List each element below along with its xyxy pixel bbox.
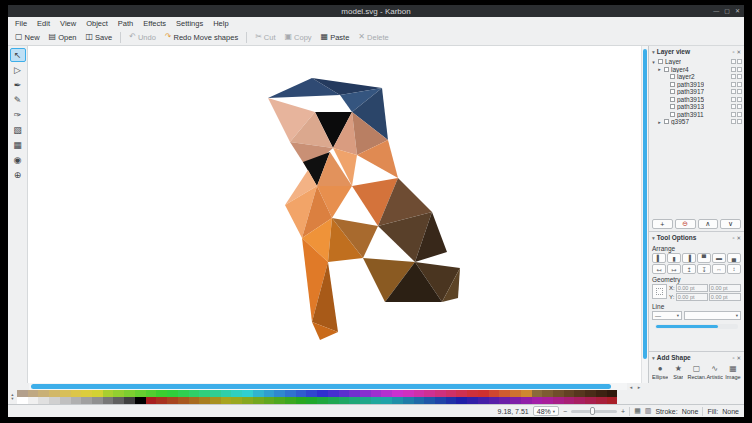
color-swatch[interactable] xyxy=(596,397,607,404)
visibility-icon[interactable] xyxy=(731,97,736,102)
save-button[interactable]: ◫Save xyxy=(82,31,117,44)
color-swatch[interactable] xyxy=(60,397,71,404)
docker-float-icon[interactable]: ▫ xyxy=(732,235,734,241)
ellipse-shape[interactable]: ●Ellipse xyxy=(651,363,669,380)
color-swatch[interactable] xyxy=(28,397,39,404)
height-field[interactable]: 0.00 pt xyxy=(709,293,741,301)
color-swatch[interactable] xyxy=(124,390,135,397)
lock-icon[interactable] xyxy=(737,119,742,124)
color-swatch[interactable] xyxy=(489,390,500,397)
delete-button[interactable]: ✕Delete xyxy=(354,31,392,44)
color-swatch[interactable] xyxy=(146,390,157,397)
color-swatch[interactable] xyxy=(285,397,296,404)
color-swatch[interactable] xyxy=(135,397,146,404)
color-swatch[interactable] xyxy=(381,390,392,397)
align-left-button[interactable]: ▌ xyxy=(652,253,666,263)
menu-path[interactable]: Path xyxy=(113,19,138,28)
raise-layer-button[interactable]: ∧ xyxy=(698,219,719,229)
color-swatch[interactable] xyxy=(478,397,489,404)
image-shape[interactable]: ▦Image xyxy=(724,363,742,380)
visibility-icon[interactable] xyxy=(731,104,736,109)
lock-icon[interactable] xyxy=(737,82,742,87)
collapse-icon[interactable]: ▾ xyxy=(652,235,655,241)
color-swatch[interactable] xyxy=(81,397,92,404)
color-swatch[interactable] xyxy=(392,397,403,404)
color-swatch[interactable] xyxy=(167,397,178,404)
page-icon[interactable]: ▥ xyxy=(645,407,652,415)
align-right-button[interactable]: ▐ xyxy=(682,253,696,263)
canvas[interactable] xyxy=(28,46,641,383)
color-swatch[interactable] xyxy=(135,390,146,397)
color-swatch[interactable] xyxy=(103,390,114,397)
color-swatch[interactable] xyxy=(92,390,103,397)
distribute-horizontal-button[interactable]: ↔ xyxy=(712,264,726,274)
copy-button[interactable]: ▣Copy xyxy=(281,31,316,44)
color-swatch[interactable] xyxy=(253,397,264,404)
shape-edit-tool[interactable]: ▷ xyxy=(10,63,26,77)
color-swatch[interactable] xyxy=(103,397,114,404)
color-swatch[interactable] xyxy=(542,397,553,404)
color-swatch[interactable] xyxy=(199,397,210,404)
color-swatch[interactable] xyxy=(81,390,92,397)
menu-settings[interactable]: Settings xyxy=(171,19,208,28)
color-swatch[interactable] xyxy=(467,390,478,397)
color-swatch[interactable] xyxy=(231,397,242,404)
color-swatch[interactable] xyxy=(178,390,189,397)
color-swatch[interactable] xyxy=(231,390,242,397)
tool-options-scrollbar[interactable] xyxy=(655,324,738,329)
color-swatch[interactable] xyxy=(542,390,553,397)
visibility-icon[interactable] xyxy=(731,67,736,72)
color-swatch[interactable] xyxy=(28,390,39,397)
color-swatch[interactable] xyxy=(574,390,585,397)
maximize-button[interactable]: ▢ xyxy=(724,8,730,14)
menu-help[interactable]: Help xyxy=(208,19,233,28)
color-swatch[interactable] xyxy=(328,397,339,404)
zoom-slider-handle[interactable] xyxy=(590,407,595,415)
color-swatch[interactable] xyxy=(306,390,317,397)
line-width-select[interactable]: ▾ xyxy=(684,311,741,320)
color-swatch[interactable] xyxy=(371,397,382,404)
color-swatch[interactable] xyxy=(360,390,371,397)
color-swatch[interactable] xyxy=(403,390,414,397)
stroke-value[interactable]: None xyxy=(682,408,699,415)
lower-layer-button[interactable]: ∨ xyxy=(720,219,741,229)
distribute-top-button[interactable]: ↥ xyxy=(682,264,696,274)
color-swatch[interactable] xyxy=(574,397,585,404)
color-swatch[interactable] xyxy=(499,390,510,397)
horizontal-scrollbar[interactable] xyxy=(29,383,627,390)
color-swatch[interactable] xyxy=(156,390,167,397)
color-swatch[interactable] xyxy=(274,397,285,404)
align-vcenter-button[interactable]: ▬ xyxy=(712,253,726,263)
visibility-icon[interactable] xyxy=(731,74,736,79)
color-swatch[interactable] xyxy=(328,390,339,397)
color-swatch[interactable] xyxy=(253,390,264,397)
tool-options-scrollbar-thumb[interactable] xyxy=(656,325,718,328)
color-swatch[interactable] xyxy=(38,390,49,397)
expander-icon[interactable]: ▾ xyxy=(651,59,656,65)
visibility-icon[interactable] xyxy=(731,112,736,117)
fill-value[interactable]: None xyxy=(722,408,739,415)
color-swatch[interactable] xyxy=(274,390,285,397)
color-swatch[interactable] xyxy=(113,397,124,404)
collapse-icon[interactable]: ▾ xyxy=(652,355,655,361)
select-tool[interactable]: ↖ xyxy=(10,48,26,62)
vertical-scrollbar-thumb[interactable] xyxy=(643,49,647,359)
lock-icon[interactable] xyxy=(737,74,742,79)
distribute-bottom-button[interactable]: ↧ xyxy=(697,264,711,274)
pencil-tool[interactable]: ✎ xyxy=(10,93,26,107)
color-swatch[interactable] xyxy=(521,397,532,404)
color-swatch[interactable] xyxy=(317,390,328,397)
add-shape-header[interactable]: ▾ Add Shape ▫ ✕ xyxy=(649,352,744,363)
color-swatch[interactable] xyxy=(424,390,435,397)
paste-button[interactable]: ▦Paste xyxy=(317,31,354,44)
visibility-icon[interactable] xyxy=(731,82,736,87)
layer-row[interactable]: ▸layer4 xyxy=(649,66,744,74)
distribute-vertical-button[interactable]: ↕ xyxy=(727,264,741,274)
color-swatch[interactable] xyxy=(596,390,607,397)
color-swatch[interactable] xyxy=(435,390,446,397)
rectangle-shape[interactable]: ▢Rectan... xyxy=(687,363,705,380)
color-swatch[interactable] xyxy=(435,397,446,404)
docker-close-icon[interactable]: ✕ xyxy=(736,235,741,241)
color-swatch[interactable] xyxy=(339,390,350,397)
lock-icon[interactable] xyxy=(737,67,742,72)
